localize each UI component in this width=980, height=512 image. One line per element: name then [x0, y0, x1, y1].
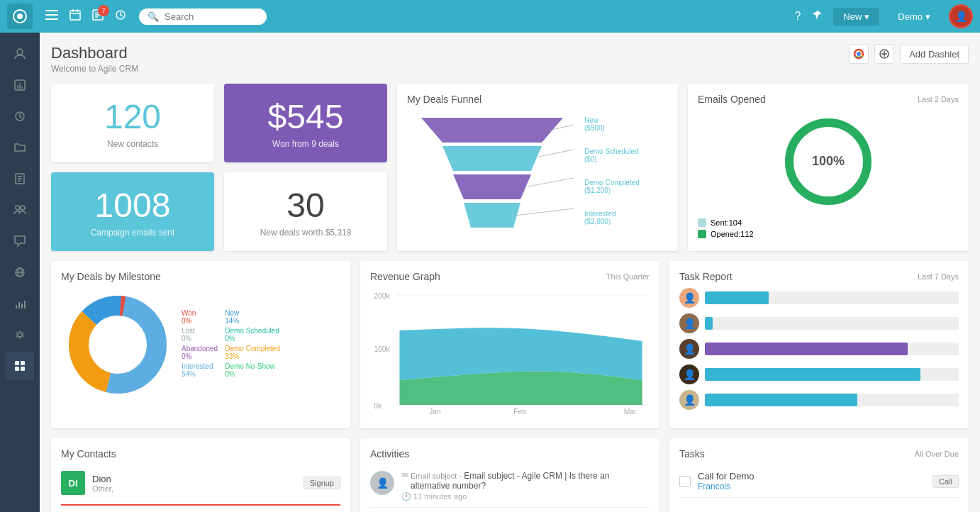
svg-rect-36	[15, 367, 19, 371]
pin-icon[interactable]	[812, 10, 822, 23]
deals-milestone-title: My Deals by Milestone	[61, 271, 340, 282]
emails-period: Last 2 Days	[918, 95, 959, 104]
svg-text:200k: 200k	[374, 292, 390, 300]
activity-item-1: 👤 ✉ Email subject - Email subject - Agil…	[370, 465, 650, 508]
task-fill-5	[705, 394, 857, 406]
activity-time-1: 🕐 11 minutes ago	[401, 492, 650, 501]
contact-item: DI Dion Other, Signup	[61, 465, 340, 501]
task-bar-3: 👤	[679, 339, 959, 359]
sidebar-item-dashboard[interactable]	[6, 352, 34, 380]
app-logo	[7, 4, 33, 29]
topnav-right: ? New ▾ Demo ▾ 👤	[794, 4, 973, 28]
task-text: Call for Demo	[698, 471, 925, 482]
task-checkbox[interactable]	[679, 476, 691, 487]
milestone-donut	[61, 288, 174, 401]
emails-opened-card: Emails Opened Last 2 Days 100% Sent:104	[688, 84, 969, 251]
sidebar-item-team[interactable]	[6, 196, 34, 224]
add-dashlet-button[interactable]: Add Dashlet	[900, 45, 969, 64]
svg-rect-3	[45, 14, 58, 16]
history-icon[interactable]	[115, 9, 126, 23]
calendar-icon[interactable]	[69, 9, 81, 23]
tasks-icon[interactable]: 7	[92, 9, 104, 23]
opened-legend-color	[698, 230, 706, 238]
task-report-title: Task Report	[679, 271, 733, 282]
won-label: Won from 9 deals	[235, 139, 376, 149]
contact-signup-button[interactable]: Signup	[304, 477, 340, 489]
dashboard-layout: 120 New contacts $545 Won from 9 deals M…	[51, 84, 969, 512]
campaign-number: 1008	[62, 186, 203, 225]
add-dashlet-icon-circle[interactable]	[874, 44, 894, 64]
sidebar-item-globe[interactable]	[6, 258, 34, 286]
won-amount: $545	[235, 97, 376, 136]
contact-name: Dion	[92, 474, 296, 484]
svg-marker-47	[453, 174, 531, 199]
task-bar-1: 👤	[679, 288, 959, 308]
svg-point-24	[16, 206, 20, 210]
task-fill-3	[705, 343, 908, 355]
svg-point-25	[21, 206, 25, 210]
task-link[interactable]: Francois	[698, 482, 925, 491]
sidebar-item-settings[interactable]	[6, 321, 34, 349]
page-subtitle: Welcome to Agile CRM	[51, 64, 138, 74]
help-icon[interactable]: ?	[794, 10, 801, 23]
new-contacts-number: 120	[62, 97, 203, 136]
main-content: Dashboard Welcome to Agile CRM Add Dashl…	[40, 33, 980, 512]
menu-icon[interactable]	[45, 10, 58, 23]
tasks-title: Tasks	[679, 448, 705, 460]
sidebar-item-folder[interactable]	[6, 133, 34, 162]
new-button[interactable]: New ▾	[833, 8, 879, 26]
sidebar-item-chat[interactable]	[6, 227, 34, 255]
user-avatar[interactable]: 👤	[949, 4, 973, 28]
svg-point-33	[18, 333, 22, 337]
svg-rect-30	[18, 302, 20, 308]
sidebar-item-analytics[interactable]	[6, 289, 34, 318]
sent-label: Sent:104	[711, 218, 742, 227]
row2: My Deals by Milestone	[51, 261, 969, 428]
sidebar-item-reports[interactable]	[6, 71, 34, 99]
demo-button[interactable]: Demo ▾	[891, 8, 937, 26]
task-fill-2	[705, 317, 713, 330]
task-call-button[interactable]: Call	[932, 475, 959, 488]
activity-text-1: Email subject - Email subject - Agile CR…	[411, 471, 650, 491]
my-contacts-card: My Contacts DI Dion Other, Signup	[51, 438, 350, 512]
new-contacts-label: New contacts	[62, 139, 203, 149]
funnel-title: My Deals Funnel	[407, 94, 668, 105]
revenue-card: Revenue Graph This Quarter 200k 100k 0k	[360, 261, 659, 428]
tasks-card: Tasks All Over Due Call for Demo Francoi…	[669, 438, 969, 512]
svg-rect-31	[21, 304, 23, 308]
new-deals-number: 30	[235, 186, 376, 225]
svg-rect-37	[21, 367, 25, 371]
svg-rect-35	[21, 361, 25, 365]
svg-rect-34	[15, 361, 19, 365]
sidebar	[0, 33, 40, 512]
topnav: 7 🔍 ? New ▾ Demo ▾ 👤	[0, 0, 980, 33]
contact-avatar: DI	[61, 471, 85, 495]
funnel-svg	[407, 111, 577, 231]
task-track-2	[705, 317, 959, 330]
activity-avatar-1: 👤	[370, 471, 394, 495]
search-input[interactable]	[165, 11, 258, 22]
emails-opened-title: Emails Opened	[698, 94, 766, 105]
chrome-icon	[849, 44, 869, 64]
sidebar-item-docs[interactable]	[6, 165, 34, 193]
task-avatar-2: 👤	[679, 313, 699, 333]
svg-text:Mar: Mar	[624, 408, 637, 416]
task-bar-2: 👤	[679, 313, 959, 333]
sidebar-item-contacts[interactable]	[6, 40, 34, 68]
activities-card: Activities 👤 ✉ Email subject - Email sub…	[360, 438, 659, 512]
svg-point-60	[89, 316, 146, 373]
svg-line-50	[538, 150, 574, 157]
activity-item-2: 👤 Changed owner for Contact Geoffrey	[370, 508, 650, 512]
svg-text:0k: 0k	[374, 402, 382, 410]
svg-rect-5	[70, 11, 80, 20]
revenue-title: Revenue Graph	[370, 271, 440, 282]
emails-donut: 100%	[698, 112, 959, 211]
sidebar-item-deals[interactable]	[6, 102, 34, 130]
nav-icons: 7	[45, 9, 126, 23]
task-bar-4: 👤	[679, 364, 959, 384]
search-container: 🔍	[139, 9, 267, 25]
svg-text:100%: 100%	[812, 154, 845, 168]
new-deals-label: New deals worth $5,318	[235, 228, 376, 238]
task-bar-5: 👤	[679, 390, 959, 410]
milestone-legend2: New14% Demo Scheduled0% Demo Completed33…	[225, 309, 280, 380]
